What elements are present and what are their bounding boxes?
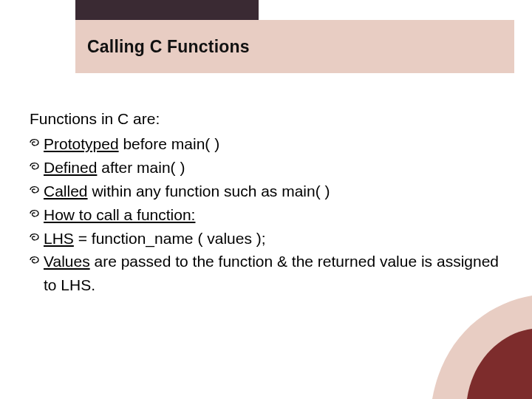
list-item: How to call a function: xyxy=(30,203,506,227)
swirl-bullet-icon xyxy=(30,162,43,177)
slide-title: Calling C Functions xyxy=(75,37,250,57)
bullet-text: How to call a function: xyxy=(44,203,506,227)
bullet-text: Values are passed to the function & the … xyxy=(44,250,506,297)
swirl-bullet-icon xyxy=(30,233,43,248)
title-bar: Calling C Functions xyxy=(75,20,514,73)
slide-body: Functions in C are: Prototyped before ma… xyxy=(30,107,506,297)
intro-text: Functions in C are: xyxy=(30,107,506,131)
swirl-bullet-icon xyxy=(30,185,43,201)
slide: Calling C Functions Functions in C are: … xyxy=(0,0,532,399)
bullet-text: Called within any function such as main(… xyxy=(44,180,506,203)
bullet-text: Prototyped before main( ) xyxy=(44,132,506,156)
swirl-bullet-icon xyxy=(30,209,43,225)
bullet-text: LHS = function_name ( values ); xyxy=(44,227,506,250)
list-item: Prototyped before main( ) xyxy=(30,132,506,156)
list-item: Called within any function such as main(… xyxy=(30,180,506,203)
list-item: Values are passed to the function & the … xyxy=(30,250,506,297)
bullet-text: Defined after main( ) xyxy=(44,156,506,180)
list-item: Defined after main( ) xyxy=(30,156,506,180)
list-item: LHS = function_name ( values ); xyxy=(30,227,506,250)
corner-decoration xyxy=(399,296,532,399)
title-top-accent xyxy=(75,0,259,22)
swirl-bullet-icon xyxy=(30,138,43,154)
swirl-bullet-icon xyxy=(30,256,43,271)
